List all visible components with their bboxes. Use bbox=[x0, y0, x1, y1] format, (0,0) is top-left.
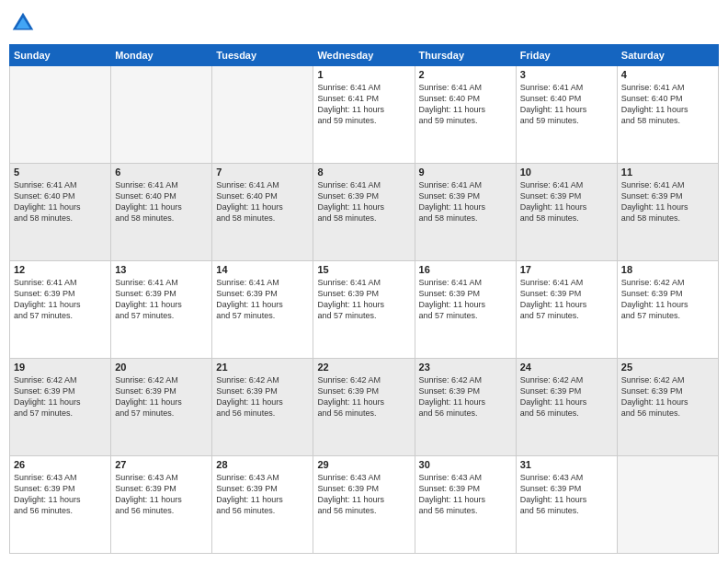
day-info: Sunrise: 6:42 AM Sunset: 6:39 PM Dayligh… bbox=[14, 374, 107, 419]
day-info: Sunrise: 6:43 AM Sunset: 6:39 PM Dayligh… bbox=[216, 472, 309, 517]
day-info: Sunrise: 6:41 AM Sunset: 6:39 PM Dayligh… bbox=[14, 277, 107, 322]
day-info: Sunrise: 6:42 AM Sunset: 6:39 PM Dayligh… bbox=[621, 277, 714, 322]
weekday-header-sunday: Sunday bbox=[10, 45, 111, 66]
day-info: Sunrise: 6:43 AM Sunset: 6:39 PM Dayligh… bbox=[419, 472, 512, 517]
day-info: Sunrise: 6:43 AM Sunset: 6:39 PM Dayligh… bbox=[14, 472, 107, 517]
day-number: 31 bbox=[520, 459, 613, 470]
day-info: Sunrise: 6:41 AM Sunset: 6:39 PM Dayligh… bbox=[419, 179, 512, 224]
day-number: 3 bbox=[520, 69, 613, 80]
day-number: 1 bbox=[317, 69, 410, 80]
calendar-cell: 25Sunrise: 6:42 AM Sunset: 6:39 PM Dayli… bbox=[617, 359, 718, 456]
calendar-week-row: 5Sunrise: 6:41 AM Sunset: 6:40 PM Daylig… bbox=[10, 164, 719, 261]
day-info: Sunrise: 6:43 AM Sunset: 6:39 PM Dayligh… bbox=[115, 472, 208, 517]
weekday-header-row: SundayMondayTuesdayWednesdayThursdayFrid… bbox=[10, 45, 719, 66]
calendar-cell: 5Sunrise: 6:41 AM Sunset: 6:40 PM Daylig… bbox=[10, 164, 111, 261]
day-info: Sunrise: 6:43 AM Sunset: 6:39 PM Dayligh… bbox=[520, 472, 613, 517]
calendar-cell: 11Sunrise: 6:41 AM Sunset: 6:39 PM Dayli… bbox=[617, 164, 718, 261]
day-number: 18 bbox=[621, 264, 714, 275]
day-info: Sunrise: 6:41 AM Sunset: 6:40 PM Dayligh… bbox=[115, 179, 208, 224]
day-number: 4 bbox=[621, 69, 714, 80]
day-number: 12 bbox=[14, 264, 107, 275]
day-info: Sunrise: 6:41 AM Sunset: 6:40 PM Dayligh… bbox=[216, 179, 309, 224]
day-number: 20 bbox=[115, 362, 208, 373]
day-number: 7 bbox=[216, 167, 309, 178]
calendar-week-row: 26Sunrise: 6:43 AM Sunset: 6:39 PM Dayli… bbox=[10, 456, 719, 554]
day-number: 26 bbox=[14, 459, 107, 470]
day-info: Sunrise: 6:41 AM Sunset: 6:41 PM Dayligh… bbox=[317, 82, 410, 127]
calendar-cell: 30Sunrise: 6:43 AM Sunset: 6:39 PM Dayli… bbox=[415, 456, 516, 554]
calendar-cell bbox=[212, 66, 313, 164]
day-info: Sunrise: 6:41 AM Sunset: 6:40 PM Dayligh… bbox=[520, 82, 613, 127]
day-number: 2 bbox=[419, 69, 512, 80]
calendar-cell: 19Sunrise: 6:42 AM Sunset: 6:39 PM Dayli… bbox=[10, 359, 111, 456]
day-number: 25 bbox=[621, 362, 714, 373]
weekday-header-saturday: Saturday bbox=[617, 45, 718, 66]
calendar-cell: 24Sunrise: 6:42 AM Sunset: 6:39 PM Dayli… bbox=[516, 359, 617, 456]
calendar-cell: 6Sunrise: 6:41 AM Sunset: 6:40 PM Daylig… bbox=[111, 164, 212, 261]
calendar-cell: 9Sunrise: 6:41 AM Sunset: 6:39 PM Daylig… bbox=[415, 164, 516, 261]
calendar-cell: 18Sunrise: 6:42 AM Sunset: 6:39 PM Dayli… bbox=[617, 261, 718, 359]
day-info: Sunrise: 6:43 AM Sunset: 6:39 PM Dayligh… bbox=[317, 472, 410, 517]
logo bbox=[9, 9, 40, 37]
day-number: 28 bbox=[216, 459, 309, 470]
calendar-cell: 27Sunrise: 6:43 AM Sunset: 6:39 PM Dayli… bbox=[111, 456, 212, 554]
calendar-cell: 7Sunrise: 6:41 AM Sunset: 6:40 PM Daylig… bbox=[212, 164, 313, 261]
calendar-cell bbox=[111, 66, 212, 164]
logo-icon bbox=[9, 9, 37, 37]
calendar-cell: 17Sunrise: 6:41 AM Sunset: 6:39 PM Dayli… bbox=[516, 261, 617, 359]
calendar-cell: 8Sunrise: 6:41 AM Sunset: 6:39 PM Daylig… bbox=[313, 164, 415, 261]
day-number: 9 bbox=[419, 167, 512, 178]
calendar-cell: 21Sunrise: 6:42 AM Sunset: 6:39 PM Dayli… bbox=[212, 359, 313, 456]
day-number: 10 bbox=[520, 167, 613, 178]
day-number: 14 bbox=[216, 264, 309, 275]
day-info: Sunrise: 6:41 AM Sunset: 6:39 PM Dayligh… bbox=[520, 179, 613, 224]
weekday-header-monday: Monday bbox=[111, 45, 212, 66]
day-info: Sunrise: 6:41 AM Sunset: 6:40 PM Dayligh… bbox=[621, 82, 714, 127]
day-info: Sunrise: 6:41 AM Sunset: 6:39 PM Dayligh… bbox=[317, 179, 410, 224]
day-number: 21 bbox=[216, 362, 309, 373]
day-info: Sunrise: 6:42 AM Sunset: 6:39 PM Dayligh… bbox=[317, 374, 410, 419]
calendar-week-row: 1Sunrise: 6:41 AM Sunset: 6:41 PM Daylig… bbox=[10, 66, 719, 164]
day-number: 15 bbox=[317, 264, 410, 275]
calendar-cell: 28Sunrise: 6:43 AM Sunset: 6:39 PM Dayli… bbox=[212, 456, 313, 554]
day-number: 5 bbox=[14, 167, 107, 178]
weekday-header-thursday: Thursday bbox=[415, 45, 516, 66]
day-number: 13 bbox=[115, 264, 208, 275]
day-info: Sunrise: 6:41 AM Sunset: 6:40 PM Dayligh… bbox=[14, 179, 107, 224]
day-info: Sunrise: 6:42 AM Sunset: 6:39 PM Dayligh… bbox=[419, 374, 512, 419]
calendar-cell: 15Sunrise: 6:41 AM Sunset: 6:39 PM Dayli… bbox=[313, 261, 415, 359]
calendar-week-row: 12Sunrise: 6:41 AM Sunset: 6:39 PM Dayli… bbox=[10, 261, 719, 359]
calendar-cell: 31Sunrise: 6:43 AM Sunset: 6:39 PM Dayli… bbox=[516, 456, 617, 554]
day-info: Sunrise: 6:42 AM Sunset: 6:39 PM Dayligh… bbox=[216, 374, 309, 419]
calendar-cell: 4Sunrise: 6:41 AM Sunset: 6:40 PM Daylig… bbox=[617, 66, 718, 164]
day-info: Sunrise: 6:41 AM Sunset: 6:39 PM Dayligh… bbox=[115, 277, 208, 322]
day-number: 11 bbox=[621, 167, 714, 178]
calendar-cell: 2Sunrise: 6:41 AM Sunset: 6:40 PM Daylig… bbox=[415, 66, 516, 164]
day-info: Sunrise: 6:41 AM Sunset: 6:39 PM Dayligh… bbox=[317, 277, 410, 322]
calendar-cell: 22Sunrise: 6:42 AM Sunset: 6:39 PM Dayli… bbox=[313, 359, 415, 456]
day-number: 16 bbox=[419, 264, 512, 275]
calendar-cell: 26Sunrise: 6:43 AM Sunset: 6:39 PM Dayli… bbox=[10, 456, 111, 554]
day-info: Sunrise: 6:41 AM Sunset: 6:40 PM Dayligh… bbox=[419, 82, 512, 127]
calendar-cell bbox=[617, 456, 718, 554]
calendar-week-row: 19Sunrise: 6:42 AM Sunset: 6:39 PM Dayli… bbox=[10, 359, 719, 456]
weekday-header-friday: Friday bbox=[516, 45, 617, 66]
calendar-cell bbox=[10, 66, 111, 164]
day-number: 6 bbox=[115, 167, 208, 178]
calendar-cell: 29Sunrise: 6:43 AM Sunset: 6:39 PM Dayli… bbox=[313, 456, 415, 554]
day-info: Sunrise: 6:41 AM Sunset: 6:39 PM Dayligh… bbox=[216, 277, 309, 322]
calendar-cell: 3Sunrise: 6:41 AM Sunset: 6:40 PM Daylig… bbox=[516, 66, 617, 164]
day-number: 17 bbox=[520, 264, 613, 275]
weekday-header-tuesday: Tuesday bbox=[212, 45, 313, 66]
day-info: Sunrise: 6:42 AM Sunset: 6:39 PM Dayligh… bbox=[621, 374, 714, 419]
calendar-cell: 20Sunrise: 6:42 AM Sunset: 6:39 PM Dayli… bbox=[111, 359, 212, 456]
day-number: 27 bbox=[115, 459, 208, 470]
page: SundayMondayTuesdayWednesdayThursdayFrid… bbox=[0, 0, 728, 563]
calendar-cell: 13Sunrise: 6:41 AM Sunset: 6:39 PM Dayli… bbox=[111, 261, 212, 359]
day-number: 19 bbox=[14, 362, 107, 373]
calendar-cell: 14Sunrise: 6:41 AM Sunset: 6:39 PM Dayli… bbox=[212, 261, 313, 359]
day-number: 24 bbox=[520, 362, 613, 373]
weekday-header-wednesday: Wednesday bbox=[313, 45, 415, 66]
day-info: Sunrise: 6:41 AM Sunset: 6:39 PM Dayligh… bbox=[520, 277, 613, 322]
day-info: Sunrise: 6:41 AM Sunset: 6:39 PM Dayligh… bbox=[419, 277, 512, 322]
